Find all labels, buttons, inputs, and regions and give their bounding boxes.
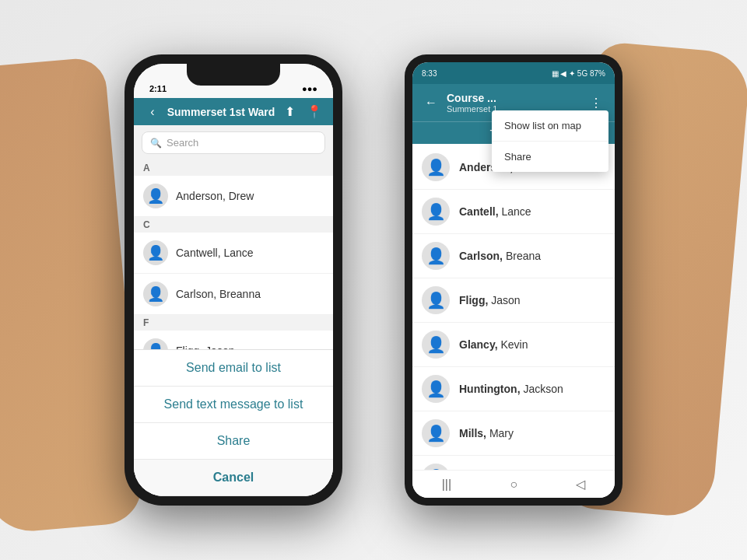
android-contact-cantell[interactable]: 👤 Cantell, Lance (412, 190, 615, 234)
android-header-title: Course ... (447, 92, 587, 104)
android-name-glancy: Glancy, Kevin (459, 338, 528, 351)
android-contact-list: 👤 Anderson, Drew 👤 Cantell, Lance 👤 Carl… (412, 145, 615, 470)
send-email-action[interactable]: Send email to list (134, 350, 333, 387)
iphone-search-container: 🔍 Search (134, 125, 333, 160)
android-avatar-carlson: 👤 (422, 242, 450, 270)
search-icon: 🔍 (150, 138, 162, 149)
iphone-contact-list: A 👤 Anderson, Drew C 👤 Cantwell, Lance 👤 (134, 160, 333, 349)
search-input[interactable]: Search (167, 137, 198, 149)
android-avatar-fligg: 👤 (422, 286, 450, 314)
section-c: C (134, 217, 333, 233)
dropdown-show-map[interactable]: Show list on map (492, 110, 608, 142)
avatar-fligg: 👤 (143, 338, 168, 349)
android-contact-mills[interactable]: 👤 Mills, Mary (412, 411, 615, 456)
scene: 2:11 ●●● ‹ Summerset 1st Ward ⬆ 📍 (0, 0, 747, 560)
android-status-icons: ▦ ◀ ✦ 5G 87% (552, 69, 605, 78)
android-avatar-cantell: 👤 (422, 198, 450, 226)
android-back-icon[interactable]: ← (422, 96, 440, 110)
android-contact-carlson[interactable]: 👤 Carlson, Breana (412, 234, 615, 278)
android-avatar-anderson: 👤 (422, 153, 450, 181)
iphone-status-icons: ●●● (302, 84, 317, 93)
android-name-fligg: Fligg, Jason (459, 294, 521, 306)
name-carlson: Carlson, Breanna (176, 288, 261, 300)
location-icon[interactable]: 📍 (305, 104, 324, 119)
iphone-notch (187, 64, 280, 86)
contact-anderson[interactable]: 👤 Anderson, Drew (134, 176, 333, 217)
avatar-cantwell: 👤 (143, 240, 168, 265)
android-status-bar: 8:33 ▦ ◀ ✦ 5G 87% (412, 62, 615, 84)
name-anderson: Anderson, Drew (176, 190, 254, 202)
android-dropdown: Show list on map Share (492, 110, 608, 172)
iphone-device: 2:11 ●●● ‹ Summerset 1st Ward ⬆ 📍 (124, 54, 342, 506)
name-cantwell: Cantwell, Lance (176, 247, 254, 259)
avatar-carlson: 👤 (143, 282, 168, 306)
android-name-huntington: Huntington, Jackson (459, 383, 563, 395)
android-contact-parker[interactable]: 👤 Parker, Bill (412, 456, 615, 470)
android-avatar-parker: 👤 (422, 464, 450, 470)
share-action[interactable]: Share (134, 423, 333, 460)
android-contact-fligg[interactable]: 👤 Fligg, Jason (412, 278, 615, 323)
contact-cantwell[interactable]: 👤 Cantwell, Lance (134, 233, 333, 274)
android-avatar-mills: 👤 (422, 419, 450, 447)
send-text-action[interactable]: Send text message to list (134, 387, 333, 423)
android-name-mills: Mills, Mary (459, 427, 514, 439)
android-nav-bar: ||| ○ ◁ (412, 470, 615, 498)
iphone-header: ‹ Summerset 1st Ward ⬆ 📍 (134, 98, 333, 125)
share-icon[interactable]: ⬆ (280, 104, 299, 119)
phones-container: 2:11 ●●● ‹ Summerset 1st Ward ⬆ 📍 (124, 54, 622, 506)
android-name-cantell: Cantell, Lance (459, 205, 531, 218)
android-screen: 8:33 ▦ ◀ ✦ 5G 87% ← Course ... Summerset… (412, 62, 615, 498)
avatar-anderson: 👤 (143, 184, 168, 208)
iphone-time: 2:11 (149, 84, 167, 93)
nav-back-icon[interactable]: ◁ (576, 477, 585, 492)
search-bar[interactable]: 🔍 Search (142, 131, 325, 154)
android-avatar-huntington: 👤 (422, 375, 450, 403)
android-device: 8:33 ▦ ◀ ✦ 5G 87% ← Course ... Summerset… (405, 54, 622, 506)
back-icon[interactable]: ‹ (143, 105, 162, 119)
contact-carlson[interactable]: 👤 Carlson, Breanna (134, 274, 333, 315)
iphone-header-title: Summerset 1st Ward (162, 106, 280, 118)
android-name-carlson: Carlson, Breana (459, 250, 541, 262)
section-a: A (134, 160, 333, 176)
android-time: 8:33 (422, 69, 437, 78)
cancel-action[interactable]: Cancel (134, 460, 333, 496)
section-f: F (134, 315, 333, 331)
android-more-icon[interactable]: ⋮ (587, 96, 605, 110)
left-hand (0, 56, 145, 534)
nav-home-icon[interactable]: ○ (510, 478, 517, 492)
android-avatar-glancy: 👤 (422, 331, 450, 359)
action-sheet: Send email to list Send text message to … (134, 349, 333, 496)
nav-menu-icon[interactable]: ||| (442, 478, 451, 492)
android-contact-glancy[interactable]: 👤 Glancy, Kevin (412, 323, 615, 367)
android-contact-huntington[interactable]: 👤 Huntington, Jackson (412, 367, 615, 411)
dropdown-share[interactable]: Share (492, 142, 608, 172)
iphone-screen: 2:11 ●●● ‹ Summerset 1st Ward ⬆ 📍 (134, 64, 333, 496)
contact-fligg[interactable]: 👤 Fligg, Jason (134, 331, 333, 349)
